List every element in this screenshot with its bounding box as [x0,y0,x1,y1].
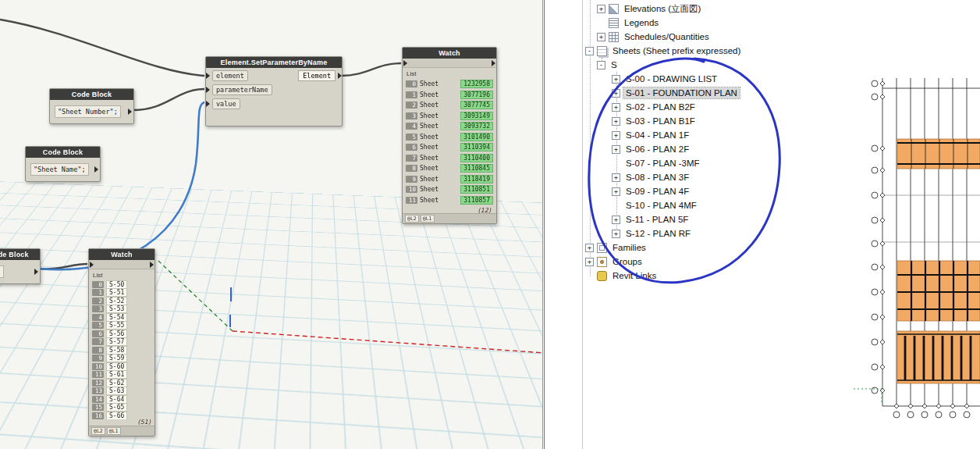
set-parameter-node[interactable]: Element.SetParameterByName element param… [205,56,343,127]
expand-toggle[interactable]: + [597,5,605,13]
tree-item[interactable]: + S-01 - FOUNDATION PLAN [585,86,835,100]
code-block-node-ab[interactable]: Code Block a+b; [0,248,41,284]
wire[interactable] [341,63,401,76]
tree-item[interactable]: + S-08 - PLAN 3F [585,170,835,184]
tree-item-label[interactable]: S-09 - PLAN 4F [623,186,691,197]
code-text[interactable]: "Sheet Number"; [55,105,121,118]
tree-item-label[interactable]: Groups [610,256,644,267]
wire[interactable] [133,89,204,110]
watch-node-sheets[interactable]: Watch List 0 Sheet 1232958 [402,47,497,224]
tree-item[interactable]: + S-02 - PLAN B2F [585,100,835,114]
lacing-l2-button[interactable]: @L2 [405,215,419,223]
tree-item-label[interactable]: S-12 - PLAN RF [623,228,693,239]
tree-item[interactable]: Legends [585,16,835,30]
expand-toggle[interactable]: + [612,117,620,126]
expand-toggle[interactable]: + [612,230,620,238]
tree-item-label[interactable]: Elevations (立面図) [622,2,703,16]
expand-toggle[interactable]: + [612,75,620,84]
input-port[interactable] [206,101,210,107]
tree-item-label[interactable]: S-03 - PLAN B1F [623,116,698,127]
code-block-node-sheet-name[interactable]: Code Block "Sheet Name"; [25,146,101,182]
watch-list-item: 9 Sheet 3118419 [406,174,493,185]
watch-node-names[interactable]: Watch List 0 S-50 1 [88,248,155,437]
input-port[interactable] [206,73,210,79]
lacing-l1-button[interactable]: @L1 [421,215,435,223]
output-port[interactable] [94,166,98,173]
tree-item[interactable]: + S-04 - PLAN 1F [585,128,835,142]
tree-item[interactable]: + Groups [585,255,835,269]
lacing-l1-button[interactable]: @L1 [107,427,121,435]
tree-item[interactable]: S-07 - PLAN -3MF [585,156,835,170]
node-title[interactable]: Watch [89,249,154,260]
expand-toggle[interactable]: + [612,187,620,196]
tree-item-label[interactable]: S-01 - FOUNDATION PLAN [623,87,740,98]
expand-toggle[interactable]: + [612,173,620,182]
tree-item[interactable]: + S-09 - PLAN 4F [585,184,835,198]
tree-item-label[interactable]: Schedules/Quantities [622,31,712,42]
tree-item[interactable]: + S-03 - PLAN B1F [585,114,835,128]
output-port[interactable] [128,109,132,115]
node-title[interactable]: Watch [403,48,496,59]
tree-item-label[interactable]: S-10 - PLAN 4MF [623,200,699,211]
expand-toggle[interactable]: - [597,61,605,69]
expand-toggle[interactable]: + [585,258,594,266]
expand-toggle[interactable]: + [612,103,620,112]
input-port[interactable] [90,262,94,268]
node-title[interactable]: Code Block [0,249,40,260]
expand-toggle[interactable]: + [585,244,594,252]
tree-item[interactable]: - Sheets (Sheet prefix expressed) [585,44,835,58]
node-title[interactable]: Code Block [50,89,133,100]
expand-toggle[interactable]: + [612,131,620,140]
tree-item-label[interactable]: S-06 - PLAN 2F [623,144,691,155]
tree-item[interactable]: + Elevations (立面図) [585,2,835,16]
item-index: 10 [92,363,104,370]
input-port[interactable] [206,87,210,93]
output-port[interactable] [492,60,495,66]
watch-list-item: 7 S-57 [92,338,151,347]
expand-toggle[interactable]: + [612,89,620,98]
tree-item-label[interactable]: S-00 - DRAWING LIST [623,73,719,84]
expand-toggle[interactable]: + [612,216,620,224]
tree-item-label[interactable]: Revit Links [610,270,659,281]
tree-item[interactable]: + S-11 - PLAN 5F [585,212,835,226]
item-type: Sheet [420,112,458,119]
node-title[interactable]: Element.SetParameterByName [206,57,342,68]
node-title[interactable]: Code Block [26,147,100,158]
tree-item-label[interactable]: S-08 - PLAN 3F [623,172,691,183]
tree-item-label[interactable]: S-07 - PLAN -3MF [623,158,702,169]
selected-wire[interactable] [39,102,204,269]
panel-divider[interactable] [544,0,545,449]
tree-item-label[interactable]: Sheets (Sheet prefix expressed) [610,45,743,56]
tree-item[interactable]: + S-00 - DRAWING LIST [585,72,835,86]
tree-item-label[interactable]: S-11 - PLAN 5F [623,214,691,225]
tree-item[interactable]: Revit Links [585,269,835,283]
tree-item-label[interactable]: S-04 - PLAN 1F [623,130,691,141]
tree-item-label[interactable]: Families [610,242,648,253]
output-port[interactable] [150,262,154,268]
code-text[interactable]: a+b; [0,265,4,278]
code-block-node-sheet-number[interactable]: Code Block "Sheet Number"; [49,88,134,124]
expand-toggle[interactable]: - [585,47,594,55]
tree-item[interactable]: + Schedules/Quantities [585,30,835,44]
tree-item-label[interactable]: S-02 - PLAN B2F [623,102,698,112]
output-port[interactable] [34,269,38,275]
wire[interactable] [0,20,204,76]
tree-item[interactable]: + S-12 - PLAN RF [585,226,835,241]
tree-item[interactable]: - S [585,58,835,72]
expand-toggle[interactable]: + [612,145,620,154]
expand-toggle[interactable]: + [597,33,605,41]
tree-item[interactable]: + Families [585,241,835,255]
dynamo-canvas[interactable]: Code Block "Sheet Number"; Code Block "S… [0,0,543,449]
lacing-l2-button[interactable]: @L2 [91,427,105,435]
tree-item-label[interactable]: Legends [622,17,661,28]
tree-item[interactable]: + S-06 - PLAN 2F [585,142,835,156]
input-port[interactable] [403,60,407,66]
item-index: 11 [406,197,417,204]
browser-border [582,0,583,449]
tree-item[interactable]: S-10 - PLAN 4MF [585,198,835,212]
code-text[interactable]: "Sheet Name"; [30,163,89,176]
tree-item-label[interactable]: S [609,59,620,70]
plan-view[interactable] [850,0,980,449]
output-port[interactable] [338,73,342,79]
item-index: 2 [92,298,104,305]
